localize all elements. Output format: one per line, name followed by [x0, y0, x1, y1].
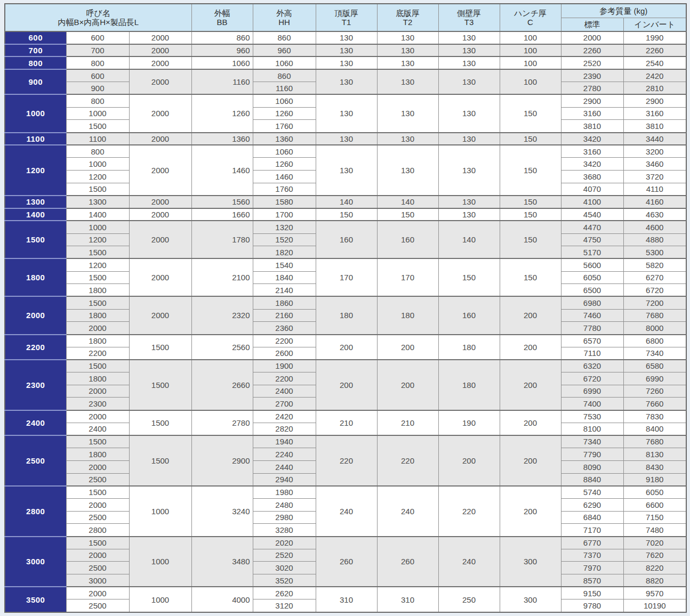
spec-table: 呼び名 内幅B×内高H×製品長L 外幅 BB 外高 HH 頂版厚 T1 底版厚	[4, 3, 687, 613]
cell-product-length: 1500	[129, 335, 191, 360]
table-row: 2200180015002560220020020018020065706800	[5, 335, 686, 347]
cell-mass-invert: 9180	[623, 473, 686, 486]
cell-top-slab-thickness: 210	[316, 410, 377, 435]
cell-outer-width: 1360	[191, 133, 253, 145]
cell-mass-standard: 6320	[561, 360, 623, 372]
cell-mass-standard: 2780	[561, 82, 623, 95]
cell-outer-height: 1060	[253, 145, 316, 158]
cell-mass-invert: 3810	[623, 120, 686, 133]
cell-mass-invert: 6720	[623, 284, 686, 297]
cell-mass-standard: 5740	[561, 486, 623, 499]
cell-nominal-name: 1400	[5, 208, 66, 221]
cell-outer-height: 1360	[253, 133, 316, 145]
cell-mass-standard: 7370	[561, 549, 623, 562]
header-mass-invert: インバート	[623, 18, 686, 31]
cell-product-length: 2000	[129, 94, 191, 132]
cell-haunch-thickness: 200	[500, 435, 561, 486]
cell-side-wall-thickness: 180	[438, 360, 500, 410]
cell-inner-height: 1500	[66, 296, 129, 309]
cell-bottom-slab-thickness: 130	[377, 56, 438, 69]
cell-bottom-slab-thickness: 170	[377, 258, 438, 296]
cell-mass-invert: 8130	[623, 448, 686, 461]
cell-mass-standard: 3160	[561, 107, 623, 120]
cell-haunch-thickness: 100	[500, 56, 561, 69]
cell-top-slab-thickness: 150	[316, 208, 377, 221]
cell-outer-height: 1820	[253, 246, 316, 259]
cell-top-slab-thickness: 130	[316, 133, 377, 145]
cell-mass-invert: 7480	[623, 524, 686, 537]
cell-mass-standard: 8100	[561, 423, 623, 435]
cell-mass-invert: 1990	[623, 31, 686, 44]
cell-outer-height: 2480	[253, 498, 316, 511]
cell-side-wall-thickness: 130	[438, 44, 500, 57]
cell-outer-width: 2560	[191, 335, 253, 360]
page: 呼び名 内幅B×内高H×製品長L 外幅 BB 外高 HH 頂版厚 T1 底版厚	[0, 0, 690, 616]
cell-mass-invert: 4600	[623, 221, 686, 233]
cell-outer-height: 1060	[253, 56, 316, 69]
cell-top-slab-thickness: 160	[316, 221, 377, 258]
cell-mass-invert: 3460	[623, 158, 686, 171]
cell-haunch-thickness: 150	[500, 208, 561, 221]
cell-outer-width: 2320	[191, 296, 253, 334]
cell-nominal-name: 2200	[5, 335, 66, 360]
header-mass-standard: 標準	[561, 18, 623, 31]
cell-outer-height: 2440	[253, 460, 316, 473]
cell-mass-invert: 3200	[623, 145, 686, 158]
cell-outer-width: 1660	[191, 208, 253, 221]
table-row: 600600200086086013013013010020001990	[5, 31, 686, 44]
cell-outer-height: 860	[253, 69, 316, 82]
cell-mass-standard: 3420	[561, 133, 623, 145]
cell-outer-height: 2520	[253, 549, 316, 562]
cell-inner-height: 800	[66, 145, 129, 158]
header-side-wall: 側壁厚 T3	[438, 4, 500, 31]
cell-nominal-name: 1300	[5, 196, 66, 208]
cell-inner-height: 1500	[66, 435, 129, 448]
cell-outer-height: 3520	[253, 574, 316, 587]
cell-mass-standard: 7400	[561, 398, 623, 410]
cell-bottom-slab-thickness: 310	[377, 587, 438, 612]
table-row: 3000150010003480202026026024030067707020	[5, 537, 686, 549]
cell-outer-height: 960	[253, 44, 316, 57]
cell-nominal-name: 2000	[5, 296, 66, 334]
cell-side-wall-thickness: 130	[438, 69, 500, 94]
cell-bottom-slab-thickness: 210	[377, 410, 438, 435]
cell-mass-invert: 8220	[623, 562, 686, 574]
cell-haunch-thickness: 150	[500, 196, 561, 208]
cell-mass-invert: 7260	[623, 385, 686, 398]
cell-inner-height: 1200	[66, 171, 129, 183]
cell-inner-height: 2000	[66, 322, 129, 335]
table-row: 2000150020002320186018018016020069807200	[5, 296, 686, 309]
cell-top-slab-thickness: 180	[316, 296, 377, 334]
cell-nominal-name: 700	[5, 44, 66, 57]
cell-outer-height: 1700	[253, 208, 316, 221]
cell-inner-height: 2000	[66, 460, 129, 473]
cell-mass-invert: 4110	[623, 183, 686, 196]
cell-outer-width: 1780	[191, 221, 253, 258]
cell-mass-invert: 7620	[623, 549, 686, 562]
cell-bottom-slab-thickness: 130	[377, 94, 438, 132]
cell-product-length: 2000	[129, 258, 191, 296]
cell-outer-width: 960	[191, 44, 253, 57]
table-row: 2800150010003240198024024022020057406050	[5, 486, 686, 499]
cell-side-wall-thickness: 240	[438, 537, 500, 587]
cell-mass-standard: 4100	[561, 196, 623, 208]
cell-outer-width: 3240	[191, 486, 253, 537]
cell-mass-invert: 2420	[623, 69, 686, 82]
cell-product-length: 2000	[129, 196, 191, 208]
cell-mass-invert: 7020	[623, 537, 686, 549]
cell-side-wall-thickness: 130	[438, 145, 500, 196]
cell-mass-invert: 6580	[623, 360, 686, 372]
cell-top-slab-thickness: 130	[316, 31, 377, 44]
cell-mass-standard: 4540	[561, 208, 623, 221]
cell-haunch-thickness: 100	[500, 69, 561, 94]
cell-nominal-name: 2400	[5, 410, 66, 435]
cell-bottom-slab-thickness: 130	[377, 69, 438, 94]
cell-side-wall-thickness: 130	[438, 56, 500, 69]
cell-product-length: 2000	[129, 208, 191, 221]
cell-haunch-thickness: 100	[500, 44, 561, 57]
cell-mass-invert: 9570	[623, 587, 686, 599]
cell-mass-invert: 3720	[623, 171, 686, 183]
cell-haunch-thickness: 200	[500, 296, 561, 334]
cell-outer-height: 1980	[253, 486, 316, 499]
cell-mass-invert: 4160	[623, 196, 686, 208]
